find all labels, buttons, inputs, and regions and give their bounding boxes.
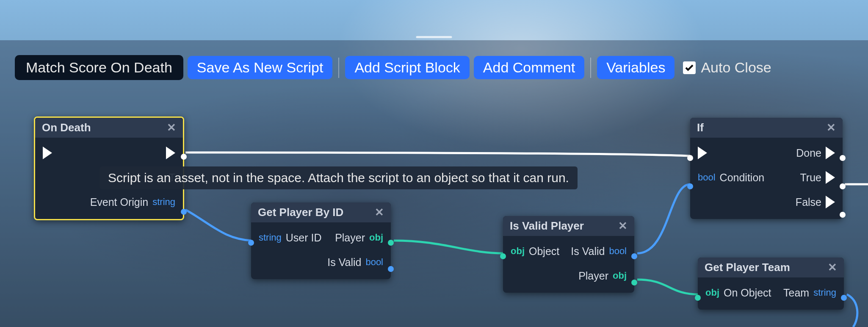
node-canvas[interactable]: On Death ✕ T Event Origin string [0,0,868,327]
node-header[interactable]: If ✕ [690,118,843,138]
close-icon[interactable]: ✕ [167,121,176,134]
port-dot[interactable] [248,240,254,246]
type-tag-obj: obj [705,287,719,298]
type-tag-string: string [259,232,282,243]
node-title: Is Valid Player [510,219,584,233]
port-dot[interactable] [631,253,637,259]
port-dot[interactable] [840,155,846,161]
port-dot[interactable] [500,253,506,259]
node-get-player-team[interactable]: Get Player Team ✕ obj On Object Team str… [698,258,844,310]
play-icon [826,196,835,208]
port-dot[interactable] [388,266,394,272]
port-label: Team [783,287,809,299]
node-title: If [697,121,704,134]
node-header[interactable]: Get Player By ID ✕ [251,202,391,222]
out-false-port[interactable]: False [796,196,835,208]
port-label: User ID [286,232,322,244]
node-header[interactable]: On Death ✕ [35,118,183,138]
node-body: obj On Object Team string [698,277,844,310]
port-dot[interactable] [840,183,846,189]
close-icon[interactable]: ✕ [828,261,837,274]
port-label: True [800,172,821,184]
port-label: Player [578,270,608,282]
port-dot[interactable] [181,209,187,215]
in-object-port[interactable]: obj Object [511,245,559,258]
play-icon [826,171,835,184]
port-dot[interactable] [695,295,701,301]
port-dot[interactable] [181,154,187,160]
exec-in-port[interactable] [43,147,52,159]
port-label: Event Origin [90,196,149,208]
node-body: obj Object Is Valid bool Player obj [503,236,634,293]
type-tag-obj: obj [613,270,627,281]
out-true-port[interactable]: True [800,171,835,184]
type-tag-obj: obj [511,246,525,257]
close-icon[interactable]: ✕ [618,219,628,233]
out-is-valid-port[interactable]: Is Valid bool [327,256,383,269]
port-dot[interactable] [631,280,637,285]
port-label: Is Valid [327,256,361,269]
node-title: Get Player By ID [258,206,343,219]
type-tag-obj: obj [369,232,383,243]
in-on-object-port[interactable]: obj On Object [705,287,771,299]
tooltip-script-asset-warning: Script is an asset, not in the space. At… [100,166,578,189]
out-player-port[interactable]: Player obj [578,270,627,282]
node-get-player-by-id[interactable]: Get Player By ID ✕ string User ID Player… [251,202,391,279]
exec-out-port[interactable] [166,147,175,159]
type-tag-bool: bool [365,257,383,268]
port-label: On Object [724,287,771,299]
play-icon [43,147,52,159]
close-icon[interactable]: ✕ [375,206,384,219]
port-label: Object [529,245,559,258]
port-label: Is Valid [571,245,605,258]
out-player-port[interactable]: Player obj [335,232,383,244]
play-icon [826,147,835,159]
play-icon [166,147,175,159]
out-event-origin-port[interactable]: Event Origin string [90,196,175,208]
port-dot[interactable] [840,212,846,218]
in-user-id-port[interactable]: string User ID [259,232,322,244]
type-tag-string: string [152,197,175,208]
type-tag-bool: bool [609,246,627,257]
exec-in-port[interactable] [698,147,707,159]
node-title: On Death [42,121,91,134]
node-header[interactable]: Is Valid Player ✕ [503,216,634,236]
node-header[interactable]: Get Player Team ✕ [698,258,844,277]
node-if[interactable]: If ✕ Done bool Condition True [690,118,843,219]
port-dot[interactable] [841,295,847,301]
port-dot[interactable] [388,240,394,246]
port-label: Condition [720,172,765,184]
port-label: Player [335,232,365,244]
port-label: Done [796,147,821,159]
out-done-port[interactable]: Done [796,147,835,159]
type-tag-bool: bool [698,172,716,183]
port-dot[interactable] [687,155,693,161]
out-team-port[interactable]: Team string [783,287,836,299]
node-is-valid-player[interactable]: Is Valid Player ✕ obj Object Is Valid bo… [503,216,634,293]
close-icon[interactable]: ✕ [827,121,836,134]
port-label: False [796,196,821,208]
type-tag-string: string [813,287,836,298]
node-body: string User ID Player obj Is Valid bool [251,222,391,279]
out-is-valid-port[interactable]: Is Valid bool [571,245,627,258]
node-body: Done bool Condition True False [690,138,843,219]
port-dot[interactable] [687,183,693,189]
in-condition-port[interactable]: bool Condition [698,172,764,184]
node-title: Get Player Team [705,261,790,274]
play-icon [698,147,707,159]
